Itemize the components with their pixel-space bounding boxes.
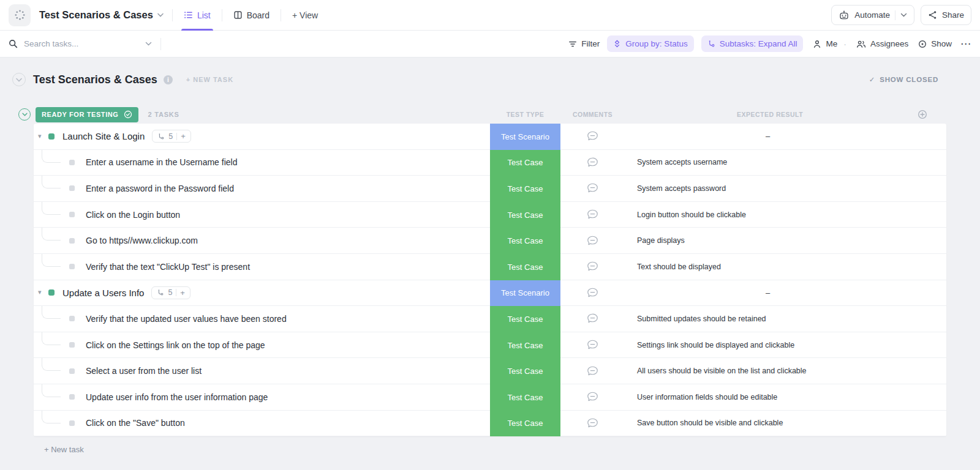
subtask-count-pill[interactable]: 5 + (152, 130, 191, 143)
task-title[interactable]: Verify that the text "ClickUp Test" is p… (86, 262, 250, 272)
expected-result-cell[interactable]: User information fields should be editab… (625, 384, 946, 411)
task-name-cell[interactable]: Update user info from the user informati… (34, 384, 490, 411)
tab-list[interactable]: List (181, 0, 213, 31)
expected-result-cell[interactable]: Submitted updates should be retained (625, 306, 946, 332)
status-square-icon[interactable] (69, 212, 75, 217)
expand-chevron-icon[interactable]: ▾ (38, 288, 42, 296)
info-icon[interactable]: i (164, 75, 173, 84)
expected-result-cell[interactable]: Settings link should be displayed and cl… (625, 332, 946, 359)
task-title[interactable]: Click on the Settings link on the top of… (86, 340, 265, 350)
expected-result-cell[interactable]: Page displays (625, 228, 946, 254)
task-title[interactable]: Enter a password in the Password field (86, 184, 234, 193)
task-name-cell[interactable]: Enter a password in the Password field (34, 176, 490, 202)
task-name-cell[interactable]: ▾ Launch Site & Login 5 + (34, 124, 490, 150)
test-type-badge[interactable]: Test Case (490, 306, 560, 332)
expected-result-cell[interactable]: Text should be displayed (625, 254, 946, 280)
comments-cell[interactable] (560, 358, 625, 384)
more-options-button[interactable]: ⋯ (960, 37, 971, 50)
test-type-badge[interactable]: Test Case (490, 384, 560, 411)
column-header-test-type[interactable]: TEST TYPE (490, 111, 560, 118)
filter-button[interactable]: Filter (568, 39, 600, 48)
automate-button[interactable]: Automate (831, 5, 914, 25)
task-name-cell[interactable]: Verify that the text "ClickUp Test" is p… (34, 254, 490, 280)
status-square-icon[interactable] (69, 160, 75, 165)
task-name-cell[interactable]: Select a user from the user list (34, 358, 490, 384)
test-type-badge[interactable]: Test Case (490, 411, 560, 437)
subtask-count-pill[interactable]: 5 + (151, 286, 190, 299)
test-type-badge[interactable]: Test Case (490, 228, 560, 254)
task-name-cell[interactable]: Verify that the updated user values have… (34, 306, 490, 332)
task-name-cell[interactable]: Click on the "Save" button (34, 411, 490, 437)
task-title[interactable]: Enter a username in the Username field (86, 157, 237, 167)
status-square-icon[interactable] (69, 316, 75, 321)
tab-board[interactable]: Board (231, 0, 272, 31)
status-square-icon[interactable] (48, 133, 55, 140)
task-name-cell[interactable]: Click on the Settings link on the top of… (34, 332, 490, 359)
list-avatar[interactable] (9, 4, 31, 26)
chevron-down-icon[interactable] (145, 42, 152, 46)
task-title[interactable]: Select a user from the user list (86, 366, 202, 376)
status-square-icon[interactable] (69, 238, 75, 244)
test-type-badge[interactable]: Test Case (490, 332, 560, 359)
task-title[interactable]: Verify that the updated user values have… (86, 314, 287, 324)
expected-result-cell[interactable]: Login button should be clickable (625, 202, 946, 228)
collapse-group-button[interactable] (18, 108, 31, 121)
group-by-button[interactable]: Group by: Status (607, 35, 693, 52)
add-subtask-button[interactable]: + (180, 288, 185, 297)
test-type-badge[interactable]: Test Scenario (490, 280, 560, 307)
task-title[interactable]: Go to https//www.clickup.com (86, 236, 198, 245)
task-title[interactable]: Update a Users Info (62, 288, 144, 298)
expected-result-cell[interactable]: System accepts username (625, 150, 946, 176)
expected-result-cell[interactable]: – (625, 124, 946, 150)
comments-cell[interactable] (560, 384, 625, 411)
task-title[interactable]: Click on the Login button (86, 210, 180, 220)
status-square-icon[interactable] (69, 264, 75, 269)
status-square-icon[interactable] (69, 185, 75, 191)
test-type-badge[interactable]: Test Case (490, 150, 560, 176)
comments-cell[interactable] (560, 280, 625, 307)
status-square-icon[interactable] (69, 394, 75, 400)
task-title[interactable]: Update user info from the user informati… (86, 392, 268, 402)
me-filter-button[interactable]: Me (813, 39, 837, 48)
task-title[interactable]: Launch Site & Login (62, 131, 145, 141)
comments-cell[interactable] (560, 202, 625, 228)
add-task-button[interactable]: + New task (44, 445, 980, 454)
comments-cell[interactable] (560, 150, 625, 176)
show-button[interactable]: Show (918, 39, 952, 48)
expand-chevron-icon[interactable]: ▾ (38, 132, 42, 140)
add-subtask-button[interactable]: + (181, 132, 186, 141)
search-input[interactable] (24, 39, 127, 48)
status-square-icon[interactable] (48, 289, 55, 296)
status-square-icon[interactable] (69, 342, 75, 348)
expected-result-cell[interactable]: All users should be visible on the list … (625, 358, 946, 384)
expected-result-cell[interactable]: System accepts password (625, 176, 946, 202)
task-name-cell[interactable]: Enter a username in the Username field (34, 150, 490, 176)
status-square-icon[interactable] (69, 368, 75, 374)
column-header-expected-result[interactable]: EXPECTED RESULT (625, 111, 915, 118)
chevron-down-icon[interactable] (900, 13, 907, 17)
subtasks-button[interactable]: Subtasks: Expand All (701, 35, 804, 52)
collapse-list-button[interactable] (12, 73, 26, 86)
test-type-badge[interactable]: Test Case (490, 202, 560, 228)
comments-cell[interactable] (560, 176, 625, 202)
test-type-badge[interactable]: Test Scenario (490, 124, 560, 150)
add-view-button[interactable]: + View (290, 0, 320, 31)
status-square-icon[interactable] (69, 420, 75, 426)
comments-cell[interactable] (560, 306, 625, 332)
test-type-badge[interactable]: Test Case (490, 176, 560, 202)
test-type-badge[interactable]: Test Case (490, 358, 560, 384)
task-name-cell[interactable]: Click on the Login button (34, 202, 490, 228)
new-task-button[interactable]: + NEW TASK (186, 76, 233, 83)
task-name-cell[interactable]: ▾ Update a Users Info 5 + (34, 280, 490, 307)
task-name-cell[interactable]: Go to https//www.clickup.com (34, 228, 490, 254)
comments-cell[interactable] (560, 332, 625, 359)
share-button[interactable]: Share (921, 5, 971, 25)
status-badge[interactable]: READY FOR TESTING (36, 107, 138, 122)
expected-result-cell[interactable]: Save button should be visible and clicka… (625, 411, 946, 437)
add-column-button[interactable] (918, 110, 927, 119)
expected-result-cell[interactable]: – (625, 280, 946, 307)
assignees-button[interactable]: Assignees (856, 39, 908, 48)
comments-cell[interactable] (560, 254, 625, 280)
show-closed-toggle[interactable]: ✓ SHOW CLOSED (869, 75, 938, 84)
list-title-dropdown[interactable]: Test Scenarios & Cases (39, 9, 164, 21)
